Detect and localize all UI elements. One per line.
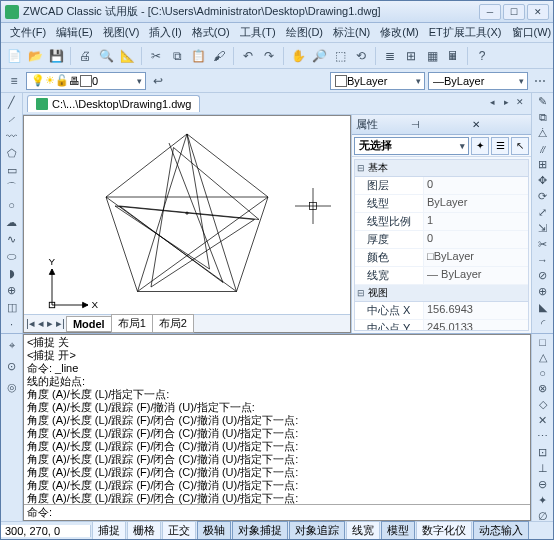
- property-row[interactable]: 图层0: [355, 177, 528, 195]
- linetype-dropdown[interactable]: —ByLayer: [428, 72, 528, 90]
- match-icon[interactable]: 🖌: [210, 47, 228, 65]
- cmd-tool-2[interactable]: ⊙: [3, 357, 21, 375]
- command-history[interactable]: <捕捉 关 <捕捉 开> 命令: _line 线的起始点: 角度 (A)/长度 …: [24, 335, 530, 504]
- select-icon[interactable]: ↖: [511, 137, 529, 155]
- insert-icon[interactable]: ⊕: [3, 283, 21, 297]
- rotate-icon[interactable]: ⟳: [534, 190, 552, 203]
- extend-icon[interactable]: →: [534, 254, 552, 266]
- osnap-near-icon[interactable]: ✦: [534, 494, 552, 507]
- preview-icon[interactable]: 🔍: [97, 47, 115, 65]
- move-icon[interactable]: ✥: [534, 174, 552, 187]
- chamfer-icon[interactable]: ◣: [534, 301, 552, 314]
- osnap-ext-icon[interactable]: ⋯: [534, 430, 552, 443]
- tab-nav-icons[interactable]: |◂ ◂ ▸ ▸|: [24, 317, 67, 330]
- property-row[interactable]: 厚度0: [355, 231, 528, 249]
- open-icon[interactable]: 📂: [26, 47, 44, 65]
- trim-icon[interactable]: ✂: [534, 238, 552, 251]
- status-toggle[interactable]: 数字化仪: [416, 521, 472, 540]
- maximize-button[interactable]: ☐: [503, 4, 525, 20]
- color-dropdown[interactable]: ByLayer: [330, 72, 425, 90]
- toolpalette-icon[interactable]: ▦: [423, 47, 441, 65]
- scale-icon[interactable]: ⤢: [534, 206, 552, 219]
- property-row[interactable]: 线宽— ByLayer: [355, 267, 528, 285]
- properties-grid[interactable]: 基本 图层0线型ByLayer线型比例1厚度0颜色□ByLayer线宽— ByL…: [354, 159, 529, 331]
- status-toggle[interactable]: 线宽: [346, 521, 380, 540]
- cut-icon[interactable]: ✂: [147, 47, 165, 65]
- status-toggle[interactable]: 对象捕捉: [232, 521, 288, 540]
- zoom-window-icon[interactable]: ⬚: [331, 47, 349, 65]
- status-toggle[interactable]: 极轴: [197, 521, 231, 540]
- menu-item[interactable]: 标注(N): [328, 23, 375, 42]
- cmd-tool-1[interactable]: ⌖: [3, 336, 21, 354]
- tab-prev-icon[interactable]: ◂: [485, 97, 499, 111]
- erase-icon[interactable]: ✎: [534, 95, 552, 108]
- layout1-tab[interactable]: 布局1: [111, 314, 153, 333]
- ellipse-arc-icon[interactable]: ◗: [3, 266, 21, 280]
- properties-icon[interactable]: ≣: [381, 47, 399, 65]
- group-basic[interactable]: 基本: [355, 160, 528, 177]
- calc-icon[interactable]: 🖩: [444, 47, 462, 65]
- quickselect-icon[interactable]: ✦: [471, 137, 489, 155]
- pline-icon[interactable]: 〰: [3, 129, 21, 143]
- status-toggle[interactable]: 捕捉: [92, 521, 126, 540]
- circle-icon[interactable]: ○: [3, 198, 21, 212]
- copy-obj-icon[interactable]: ⧉: [534, 111, 552, 124]
- minimize-button[interactable]: ─: [479, 4, 501, 20]
- join-icon[interactable]: ⊕: [534, 285, 552, 298]
- cmd-tool-3[interactable]: ◎: [3, 378, 21, 396]
- command-input[interactable]: [52, 507, 527, 519]
- group-view[interactable]: 视图: [355, 285, 528, 302]
- osnap-node-icon[interactable]: ⊗: [534, 382, 552, 395]
- property-row[interactable]: 线型ByLayer: [355, 195, 528, 213]
- osnap-mid-icon[interactable]: △: [534, 351, 552, 364]
- new-icon[interactable]: 📄: [5, 47, 23, 65]
- polygon-icon[interactable]: ⬠: [3, 146, 21, 160]
- menu-item[interactable]: 修改(M): [375, 23, 424, 42]
- document-tab[interactable]: C:\...\Desktop\Drawing1.dwg: [27, 95, 200, 112]
- array-icon[interactable]: ⊞: [534, 158, 552, 171]
- help-icon[interactable]: ?: [473, 47, 491, 65]
- rectangle-icon[interactable]: ▭: [3, 163, 21, 177]
- layout2-tab[interactable]: 布局2: [152, 314, 194, 333]
- designcenter-icon[interactable]: ⊞: [402, 47, 420, 65]
- osnap-perp-icon[interactable]: ⊥: [534, 462, 552, 475]
- status-toggle[interactable]: 动态输入: [473, 521, 529, 540]
- osnap-quad-icon[interactable]: ◇: [534, 398, 552, 411]
- print-icon[interactable]: 🖨: [76, 47, 94, 65]
- status-toggle[interactable]: 模型: [381, 521, 415, 540]
- osnap-tan-icon[interactable]: ⊖: [534, 478, 552, 491]
- status-toggle[interactable]: 对象追踪: [289, 521, 345, 540]
- model-tab[interactable]: Model: [66, 316, 112, 332]
- zoom-icon[interactable]: 🔎: [310, 47, 328, 65]
- undo-icon[interactable]: ↶: [239, 47, 257, 65]
- osnap-ins-icon[interactable]: ⊡: [534, 446, 552, 459]
- status-toggle[interactable]: 正交: [162, 521, 196, 540]
- line-icon[interactable]: ╱: [3, 95, 21, 109]
- selection-dropdown[interactable]: 无选择: [354, 137, 469, 155]
- pan-icon[interactable]: ✋: [289, 47, 307, 65]
- menu-item[interactable]: 视图(V): [98, 23, 145, 42]
- plot-icon[interactable]: 📐: [118, 47, 136, 65]
- linetype-manager-icon[interactable]: ⋯: [531, 72, 549, 90]
- tab-next-icon[interactable]: ▸: [499, 97, 513, 111]
- property-row[interactable]: 中心点 Y245.0133: [355, 320, 528, 331]
- coords-display[interactable]: 300, 270, 0: [1, 525, 91, 537]
- layer-dropdown[interactable]: 💡☀🔓🖶 0: [26, 72, 146, 90]
- redo-icon[interactable]: ↷: [260, 47, 278, 65]
- panel-close-icon[interactable]: ✕: [472, 119, 527, 130]
- menu-item[interactable]: 插入(I): [144, 23, 186, 42]
- property-row[interactable]: 线型比例1: [355, 213, 528, 231]
- menu-item[interactable]: 工具(T): [235, 23, 281, 42]
- break-icon[interactable]: ⊘: [534, 269, 552, 282]
- close-button[interactable]: ✕: [527, 4, 549, 20]
- offset-icon[interactable]: ⫽: [534, 143, 552, 155]
- property-row[interactable]: 中心点 X156.6943: [355, 302, 528, 320]
- pickadd-icon[interactable]: ☰: [491, 137, 509, 155]
- xline-icon[interactable]: ⟋: [3, 112, 21, 126]
- zoom-prev-icon[interactable]: ⟲: [352, 47, 370, 65]
- menu-item[interactable]: 窗口(W): [507, 23, 554, 42]
- menu-item[interactable]: 编辑(E): [51, 23, 98, 42]
- menu-item[interactable]: 格式(O): [187, 23, 235, 42]
- paste-icon[interactable]: 📋: [189, 47, 207, 65]
- layer-manager-icon[interactable]: ≡: [5, 72, 23, 90]
